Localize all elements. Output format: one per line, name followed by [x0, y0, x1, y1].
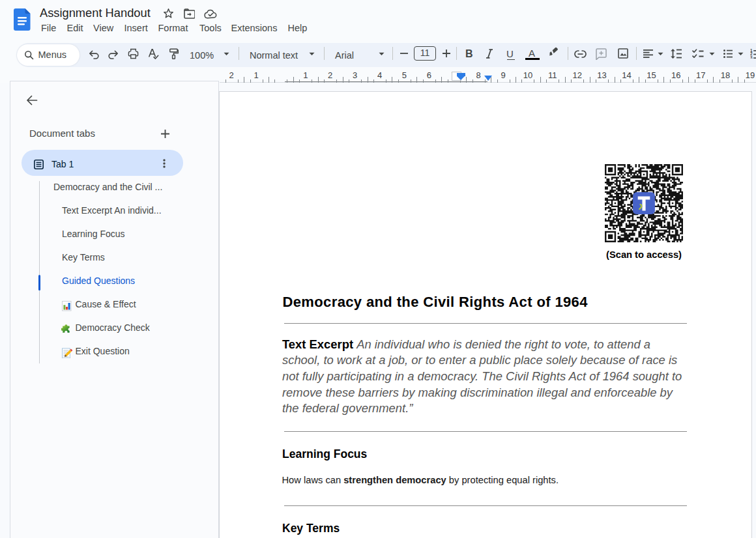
svg-text:3: 3: [750, 55, 753, 58]
